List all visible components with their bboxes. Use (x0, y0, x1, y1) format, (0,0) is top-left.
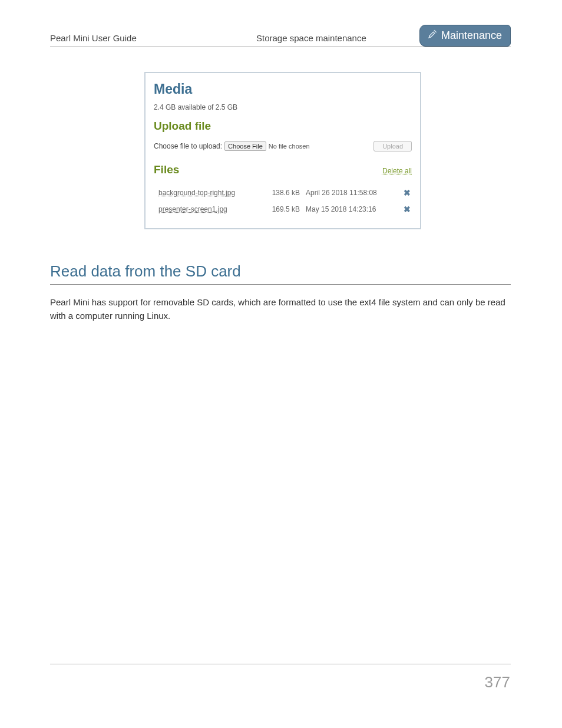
file-name-link[interactable]: presenter-screen1.jpg (158, 205, 259, 213)
tools-icon (427, 29, 438, 42)
delete-file-icon[interactable]: ✖ (402, 188, 412, 197)
section-heading: Read data from the SD card (50, 262, 511, 285)
media-panel: Media 2.4 GB available of 2.5 GB Upload … (144, 72, 421, 229)
file-name-link[interactable]: background-top-right.jpg (158, 189, 259, 197)
file-size: 138.6 kB (265, 189, 300, 197)
page-number: 377 (485, 673, 510, 691)
upload-button[interactable]: Upload (373, 141, 412, 151)
upload-heading: Upload file (154, 120, 412, 133)
section-body: Pearl Mini has support for removable SD … (50, 295, 511, 323)
guide-title: Pearl Mini User Guide (50, 33, 137, 45)
file-size: 169.5 kB (265, 205, 300, 213)
files-heading: Files (154, 163, 179, 176)
storage-status: 2.4 GB available of 2.5 GB (154, 103, 412, 111)
upload-row: Choose file to upload: Choose File No fi… (154, 141, 412, 151)
maintenance-badge: Maintenance (419, 25, 511, 47)
delete-all-link[interactable]: Delete all (382, 167, 412, 175)
choose-file-button[interactable]: Choose File (224, 141, 266, 151)
file-row: presenter-screen1.jpg 169.5 kB May 15 20… (154, 201, 412, 218)
badge-label: Maintenance (441, 29, 502, 42)
delete-file-icon[interactable]: ✖ (402, 205, 412, 214)
header-section-title: Storage space maintenance (256, 33, 366, 43)
footer-divider (50, 664, 511, 664)
no-file-chosen-text: No file chosen (269, 143, 310, 150)
choose-file-label: Choose file to upload: (154, 142, 222, 150)
file-date: May 15 2018 14:23:16 (306, 205, 396, 213)
file-row: background-top-right.jpg 138.6 kB April … (154, 185, 412, 201)
page-header: Pearl Mini User Guide Storage space main… (50, 28, 511, 47)
media-heading: Media (154, 81, 412, 97)
file-date: April 26 2018 11:58:08 (306, 189, 396, 197)
